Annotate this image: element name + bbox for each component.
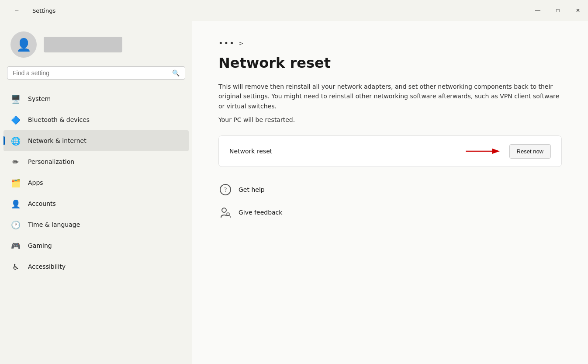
svg-text:?: ? — [224, 187, 227, 193]
sidebar-item-accessibility[interactable]: ♿ Accessibility — [0, 256, 192, 277]
user-icon: 👤 — [16, 38, 31, 52]
close-button[interactable]: ✕ — [568, 3, 588, 17]
personalization-icon: ✏️ — [10, 156, 21, 167]
app-title: Settings — [32, 7, 55, 14]
titlebar: ← Settings — □ ✕ — [0, 0, 588, 21]
avatar: 👤 — [10, 31, 37, 58]
feedback-icon — [218, 205, 232, 219]
svg-marker-1 — [492, 149, 500, 154]
sidebar-item-personalization[interactable]: ✏️ Personalization — [0, 151, 192, 172]
get-help-icon: ? — [218, 183, 232, 197]
page-title: Network reset — [218, 55, 562, 71]
svg-point-4 — [222, 208, 226, 212]
window-controls: — □ ✕ — [528, 3, 588, 17]
search-input[interactable] — [13, 69, 172, 76]
nav-list: 🖥️ System 🔷 Bluetooth & devices 🌐 Networ… — [0, 87, 192, 279]
maximize-button[interactable]: □ — [548, 3, 568, 17]
reset-card: Network reset Reset now — [218, 135, 562, 167]
breadcrumb-dots: ••• — [218, 38, 235, 48]
svg-point-5 — [227, 213, 229, 215]
network-label: Network & internet — [28, 137, 86, 144]
gaming-label: Gaming — [28, 242, 52, 249]
maximize-icon: □ — [556, 7, 559, 14]
content-area: ••• > Network reset This will remove the… — [192, 21, 588, 364]
close-icon: ✕ — [576, 7, 580, 14]
sidebar: 👤 🔍 🖥️ System 🔷 Bluetooth & devices 🌐 Ne… — [0, 21, 192, 364]
sidebar-item-apps[interactable]: 🗂️ Apps — [0, 172, 192, 193]
back-button[interactable]: ← — [7, 3, 27, 17]
sidebar-item-bluetooth[interactable]: 🔷 Bluetooth & devices — [0, 109, 192, 130]
accessibility-label: Accessibility — [28, 263, 66, 270]
accessibility-icon: ♿ — [10, 261, 21, 272]
bluetooth-label: Bluetooth & devices — [28, 116, 90, 123]
breadcrumb: ••• > — [218, 38, 562, 48]
sidebar-item-time[interactable]: 🕐 Time & language — [0, 214, 192, 235]
accounts-label: Accounts — [28, 200, 56, 207]
search-box[interactable]: 🔍 — [7, 66, 185, 80]
search-icon: 🔍 — [172, 69, 180, 76]
get-help-label: Get help — [239, 186, 265, 193]
system-label: System — [28, 95, 51, 102]
sidebar-item-system[interactable]: 🖥️ System — [0, 88, 192, 109]
personalization-label: Personalization — [28, 158, 74, 165]
sidebar-item-network[interactable]: 🌐 Network & internet — [3, 130, 189, 151]
reset-now-button[interactable]: Reset now — [509, 144, 551, 159]
time-icon: 🕐 — [10, 219, 21, 230]
help-links: ? Get help Give feedback — [218, 183, 562, 219]
titlebar-left: ← Settings — [7, 3, 55, 17]
username-placeholder — [44, 37, 122, 52]
sidebar-item-accounts[interactable]: 👤 Accounts — [0, 193, 192, 214]
minimize-button[interactable]: — — [528, 3, 548, 17]
bluetooth-icon: 🔷 — [10, 114, 21, 125]
time-label: Time & language — [28, 221, 80, 228]
system-icon: 🖥️ — [10, 94, 21, 104]
sidebar-item-gaming[interactable]: 🎮 Gaming — [0, 235, 192, 256]
restart-notice: Your PC will be restarted. — [218, 116, 562, 123]
give-feedback-label: Give feedback — [239, 209, 282, 216]
back-icon: ← — [14, 7, 20, 14]
give-feedback-link[interactable]: Give feedback — [218, 205, 562, 219]
network-icon: 🌐 — [10, 135, 21, 146]
reset-card-right: Reset now — [466, 144, 551, 159]
minimize-icon: — — [535, 7, 540, 14]
gaming-icon: 🎮 — [10, 240, 21, 251]
apps-icon: 🗂️ — [10, 177, 21, 188]
apps-label: Apps — [28, 179, 43, 186]
main-layout: 👤 🔍 🖥️ System 🔷 Bluetooth & devices 🌐 Ne… — [0, 21, 588, 364]
accounts-icon: 👤 — [10, 198, 21, 209]
breadcrumb-chevron-icon: > — [239, 40, 244, 47]
get-help-link[interactable]: ? Get help — [218, 183, 562, 197]
arrow-right-icon — [466, 147, 501, 156]
description-text: This will remove then reinstall all your… — [218, 82, 562, 111]
user-profile: 👤 — [0, 21, 192, 66]
reset-card-label: Network reset — [229, 148, 272, 155]
